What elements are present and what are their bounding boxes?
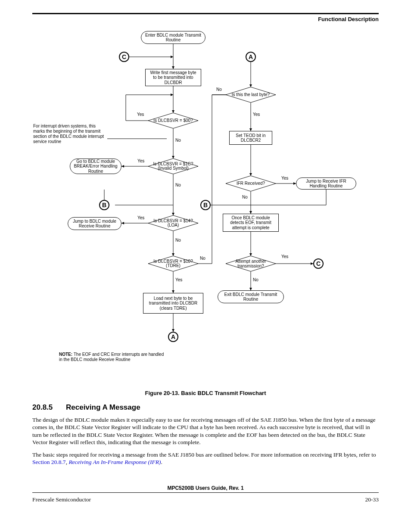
paragraph-1: The design of the BDLC module makes it e… (32, 416, 379, 446)
annotation-isr: For interrupt driven systems, this marks… (33, 124, 107, 144)
flowchart-figure: Enter BDLC module Transmit Routine C Wri… (33, 31, 378, 386)
lbl-yes-1c: Yes (137, 159, 144, 163)
section-title: Receiving A Message (66, 403, 140, 411)
connector-c-right: C (313, 258, 324, 269)
xref-section[interactable]: Section 20.8.7 (32, 459, 66, 465)
node-ifr: IFR Received? (226, 176, 276, 191)
connector-b-left: B (99, 200, 109, 210)
node-exit: Exit BDLC module Transmit Routine (218, 290, 284, 303)
top-rule (32, 13, 379, 14)
node-is-1c: Is DLCBSVR = $1C? (Invalid Symbol) (148, 159, 198, 174)
lbl-no-ifr: No (242, 195, 248, 199)
connector-c-top: C (119, 52, 129, 62)
node-jump-rx: Jump to BDLC module Receive Routine (68, 217, 121, 230)
footer-left: Freescale Semiconductor (32, 496, 91, 503)
node-is-00: Is DLCBSVR = $00? (148, 113, 198, 128)
lbl-no-14: No (175, 238, 181, 243)
figure-caption: Figure 20-13. Basic BDLC Transmit Flowch… (32, 390, 379, 396)
lbl-yes-again: Yes (281, 254, 288, 259)
node-is-10: Is DLCBSVR = $10? (TDRE) (148, 256, 198, 271)
node-last-byte-text: Is this the last byte? (226, 87, 276, 103)
connector-a-top: A (246, 52, 256, 62)
caption-title: Basic BDLC Transmit Flowchart (181, 390, 266, 396)
lbl-yes-14: Yes (137, 215, 144, 220)
node-eof: Once BDLC module detects EOF, transmit a… (223, 214, 279, 232)
node-again-text: Attempt another transmission? (226, 256, 276, 271)
lbl-yes-last: Yes (253, 112, 260, 117)
node-is-14: Is DLCBSVR = $14? (LOA) (148, 215, 198, 231)
footer-doc-title: MPC5200B Users Guide, Rev. 1 (32, 485, 379, 491)
lbl-yes-00: Yes (137, 112, 144, 117)
paragraph-2: The basic steps required for receiving a… (32, 451, 379, 466)
node-is-10-text: Is DLCBSVR = $10? (TDRE) (148, 256, 198, 271)
note-text: The EOF and CRC Error interrupts are han… (59, 352, 164, 362)
node-is-14-text: Is DLCBSVR = $14? (LOA) (148, 215, 198, 231)
caption-label: Figure 20-13. (145, 390, 179, 396)
footer-right: 20-33 (365, 496, 379, 503)
p2-tail: . (161, 459, 162, 465)
node-write-first: Write first message byte to be transmitt… (145, 69, 201, 86)
node-load-next: Load next byte to be transmitted into DL… (143, 293, 203, 314)
node-is-1c-text: Is DLCBSVR = $1C? (Invalid Symbol) (148, 159, 198, 174)
lbl-no-again: No (253, 277, 258, 282)
node-is-00-text: Is DLCBSVR = $00? (148, 113, 198, 128)
note-bold: NOTE: (59, 352, 72, 357)
section-number: 20.8.5 (32, 403, 66, 412)
footer-line: Freescale Semiconductor 20-33 (32, 496, 379, 503)
header-section-title: Functional Description (32, 16, 379, 22)
node-ifr-text: IFR Received? (226, 176, 276, 191)
node-again: Attempt another transmission? (226, 256, 276, 271)
lbl-no-last: No (216, 87, 222, 92)
node-last-byte: Is this the last byte? (226, 87, 276, 103)
lbl-no-00: No (175, 138, 181, 143)
node-teod: Set TEOD bit in DLCBCR2 (229, 131, 272, 145)
node-break-error: Go to BDLC module BREAK/Error Handling R… (70, 159, 121, 174)
connector-b-right: B (200, 200, 211, 210)
lbl-no-10: No (200, 256, 206, 261)
section-heading: 20.8.5Receiving A Message (32, 403, 379, 412)
connector-a-bottom: A (168, 332, 178, 342)
node-jump-ifr: Jump to Receive IFR Handling Routine (296, 177, 356, 190)
p2-prefix: The basic steps required for receiving a… (32, 451, 376, 458)
lbl-yes-ifr: Yes (281, 176, 288, 180)
xref-title[interactable]: Receiving An In-Frame Response (IFR) (68, 459, 161, 465)
lbl-no-1c: No (175, 183, 181, 187)
node-start: Enter BDLC module Transmit Routine (141, 31, 206, 44)
footer-rule (32, 492, 379, 493)
lbl-yes-10: Yes (175, 277, 182, 282)
note-eof-crc: NOTE: The EOF and CRC Error interrupts a… (59, 352, 167, 362)
